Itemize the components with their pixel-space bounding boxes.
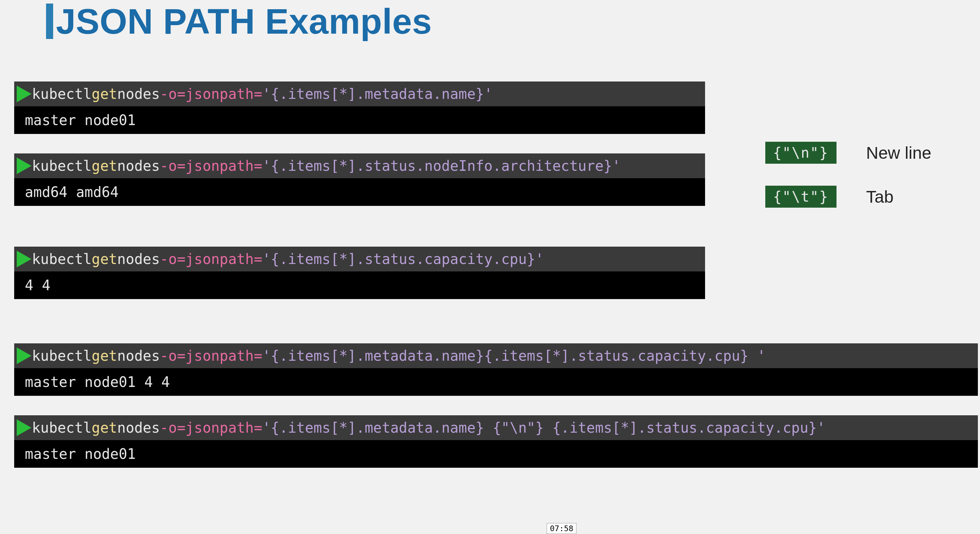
- cmd-seg-nodes: nodes: [117, 158, 160, 174]
- legend-label-tab: Tab: [866, 187, 894, 207]
- page-title: JSON PATH Examples: [56, 3, 432, 39]
- cmd-seg-get: get: [92, 419, 117, 436]
- legend-label-newline: New line: [866, 143, 931, 163]
- cmd-seg-kubectl: kubectl: [32, 347, 92, 364]
- cmd-seg-kubectl: kubectl: [32, 158, 92, 174]
- example-block: kubectl get nodes -o=jsonpath= '{.items[…: [14, 153, 705, 206]
- examples-column: kubectl get nodes -o=jsonpath= '{.items[…: [14, 81, 705, 343]
- cmd-seg-path: '{.items[*].status.nodeInfo.architecture…: [262, 158, 620, 174]
- cmd-seg-nodes: nodes: [117, 347, 160, 364]
- command-line: kubectl get nodes -o=jsonpath= '{.items[…: [14, 343, 978, 368]
- legend-row-newline: {"\n"} New line: [765, 142, 931, 164]
- cmd-seg-flag: -o=jsonpath=: [160, 158, 262, 174]
- command-output: 4 4: [14, 271, 705, 299]
- command-line: kubectl get nodes -o=jsonpath= '{.items[…: [14, 153, 705, 178]
- example-block: kubectl get nodes -o=jsonpath= '{.items[…: [14, 415, 978, 468]
- cmd-seg-path: '{.items[*].metadata.name}': [262, 86, 493, 102]
- svg-marker-0: [17, 86, 32, 102]
- command-output: amd64 amd64: [14, 178, 705, 206]
- command-output: master node01: [14, 106, 705, 134]
- cmd-seg-flag: -o=jsonpath=: [160, 86, 262, 102]
- cmd-seg-kubectl: kubectl: [32, 419, 92, 436]
- play-icon: [15, 347, 33, 365]
- play-icon: [15, 156, 33, 175]
- badge-newline: {"\n"}: [765, 142, 837, 164]
- play-icon: [15, 418, 33, 437]
- command-line: kubectl get nodes -o=jsonpath= '{.items[…: [14, 247, 705, 271]
- cmd-seg-get: get: [92, 347, 117, 364]
- svg-marker-3: [17, 347, 32, 364]
- play-icon: [15, 250, 33, 268]
- svg-marker-2: [17, 251, 32, 268]
- legend-row-tab: {"\t"} Tab: [765, 186, 931, 208]
- svg-marker-4: [17, 419, 32, 436]
- cmd-seg-path: '{.items[*].metadata.name}{.items[*].sta…: [262, 347, 766, 364]
- title-wrap: JSON PATH Examples: [0, 3, 980, 39]
- cmd-seg-nodes: nodes: [117, 419, 160, 436]
- cmd-seg-nodes: nodes: [117, 251, 160, 267]
- cmd-seg-path: '{.items[*].metadata.name} {"\n"} {.item…: [262, 419, 825, 436]
- legend: {"\n"} New line {"\t"} Tab: [765, 142, 931, 208]
- cmd-seg-flag: -o=jsonpath=: [160, 251, 262, 267]
- example-block: kubectl get nodes -o=jsonpath= '{.items[…: [14, 247, 705, 299]
- example-block: kubectl get nodes -o=jsonpath= '{.items[…: [14, 81, 705, 134]
- cmd-seg-get: get: [92, 158, 117, 174]
- cmd-seg-path: '{.items[*].status.capacity.cpu}': [262, 251, 544, 267]
- command-output: master node01 4 4: [14, 368, 978, 396]
- svg-marker-1: [17, 158, 32, 174]
- cmd-seg-get: get: [92, 251, 117, 267]
- cmd-seg-get: get: [92, 86, 117, 102]
- video-timer: 07:58: [547, 523, 576, 534]
- command-line: kubectl get nodes -o=jsonpath= '{.items[…: [14, 415, 978, 440]
- examples-fullwidth: kubectl get nodes -o=jsonpath= '{.items[…: [14, 343, 966, 468]
- cmd-seg-flag: -o=jsonpath=: [160, 419, 262, 436]
- cmd-seg-kubectl: kubectl: [32, 251, 92, 267]
- cmd-seg-flag: -o=jsonpath=: [160, 347, 262, 364]
- badge-tab: {"\t"}: [765, 186, 837, 208]
- command-output: master node01: [14, 440, 978, 468]
- cmd-seg-nodes: nodes: [117, 86, 160, 102]
- command-line: kubectl get nodes -o=jsonpath= '{.items[…: [14, 81, 705, 106]
- title-accent-bar: [46, 3, 53, 39]
- cmd-seg-kubectl: kubectl: [32, 86, 92, 102]
- example-block: kubectl get nodes -o=jsonpath= '{.items[…: [14, 343, 978, 396]
- play-icon: [15, 85, 33, 103]
